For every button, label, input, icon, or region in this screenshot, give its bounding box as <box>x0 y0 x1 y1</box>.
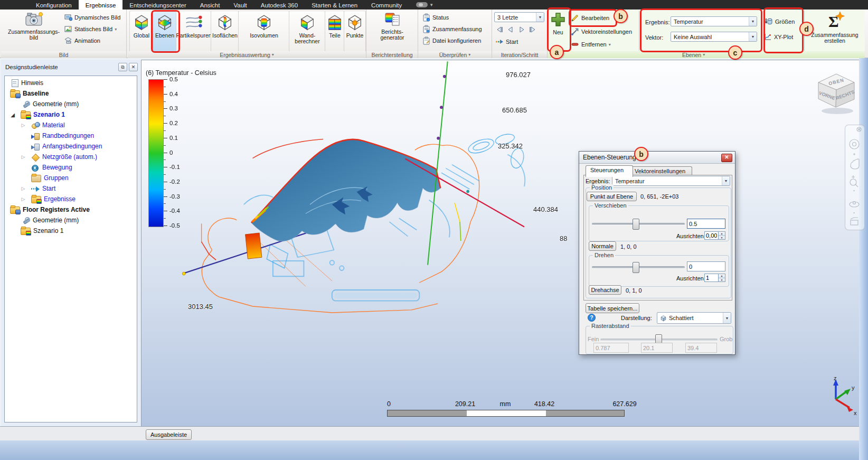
tree-expand-icon[interactable]: ▷ <box>20 196 27 202</box>
ribbon-tab-konfiguration[interactable]: Konfiguration <box>29 0 79 10</box>
verschieben-ausrichten-spinner[interactable]: ▲▼ <box>704 231 725 240</box>
dynamisches-bild-button[interactable]: Dynamisches Bild <box>64 13 120 22</box>
help-icon[interactable]: ? <box>588 314 596 322</box>
teile-button[interactable]: Teile <box>325 11 345 52</box>
tree-item-szenario-1[interactable]: ◢Szenario 1 <box>5 109 137 120</box>
ribbon-tab-ergebnisse[interactable]: Ergebnisse <box>79 0 123 10</box>
step-last-button[interactable] <box>529 25 537 34</box>
view-cube[interactable]: OBEN VORNE RECHTS <box>814 72 858 115</box>
drehen-slider-thumb[interactable] <box>633 262 639 273</box>
autodesk360-sync-icon[interactable]: ▼ <box>416 0 433 10</box>
datei-konfigurieren-button[interactable]: Datei konfigurieren <box>422 36 481 45</box>
ribbon-tab-autodesk-360[interactable]: Autodesk 360 <box>254 0 305 10</box>
spinner-value[interactable] <box>704 231 719 240</box>
isoflaechen-button[interactable]: Isoflächen <box>211 11 239 52</box>
viewport-3d-scene[interactable] <box>141 60 859 426</box>
verschieben-input[interactable] <box>687 219 725 229</box>
ribbon-tab-community[interactable]: Community <box>364 0 409 10</box>
spinner-arrows[interactable]: ▲▼ <box>719 231 725 240</box>
dialog-title-bar[interactable]: Ebenen-Steuerung ✕ <box>579 152 735 164</box>
entfernen-button[interactable]: Entfernen ▾ <box>571 40 611 49</box>
tabelle-speichern-button[interactable]: Tabelle speichern... <box>586 303 639 313</box>
float-panel-icon[interactable]: ⧉ <box>118 63 127 71</box>
bearbeiten-button[interactable]: Bearbeiten <box>571 13 609 23</box>
global-button[interactable]: Global <box>129 11 154 52</box>
start-button[interactable]: Start <box>495 37 518 46</box>
statisches-bild-button[interactable]: Statisches Bild ▾ <box>64 24 117 34</box>
step-first-button[interactable] <box>495 25 504 34</box>
verschieben-slider-thumb[interactable] <box>633 219 639 230</box>
vektoreinstellungen-button[interactable]: Vektoreinstellungen <box>571 27 632 36</box>
ribbon-tab-ansicht[interactable]: Ansicht <box>193 0 227 10</box>
berichtsgenerator-button[interactable]: Berichts- generator <box>371 12 413 41</box>
ribbon-tab-starten-lernen[interactable]: Starten & Lernen <box>305 0 364 10</box>
spinner-arrows[interactable]: ▲▼ <box>719 274 725 282</box>
group-label-ergebnisauswertung[interactable]: Ergebnisauswertung▾ <box>128 51 366 58</box>
ebenen-button[interactable]: Ebenen <box>153 11 177 52</box>
tree-expand-icon[interactable]: ▷ <box>20 186 27 191</box>
wandberechner-button[interactable]: Wand- berechner <box>289 11 326 52</box>
ribbon-tab-vault[interactable]: Vault <box>227 0 253 10</box>
motion-icon <box>31 164 40 171</box>
navigation-bar: ▾▾ <box>845 125 865 230</box>
drehen-ausrichten-spinner[interactable]: ▲▼ <box>704 274 725 282</box>
steering-wheel-icon[interactable] <box>850 139 859 149</box>
isovolumen-button[interactable]: Isovolumen <box>238 11 290 52</box>
punkt-auf-ebene-button[interactable]: Punkt auf Ebene <box>587 192 637 201</box>
zusammenfassung-button[interactable]: Zusammenfassung <box>422 24 482 34</box>
zusammenfassungsbild-button[interactable]: Zusammenfassungs- bild <box>7 12 60 41</box>
darstellung-dropdown[interactable]: Schattiert ▼ <box>657 312 731 324</box>
tree-item-netzgröße-autom-[interactable]: ▷Netzgröße (autom.) <box>5 152 137 162</box>
groessen-button[interactable]: Größen <box>765 17 795 26</box>
partikelspuren-button[interactable]: Partikelspuren <box>176 11 212 52</box>
neu-button[interactable]: Neu <box>548 10 568 35</box>
chevron-down-icon: ▼ <box>722 176 730 185</box>
pan-hand-icon[interactable] <box>851 159 859 169</box>
button-label: Neu <box>553 30 563 35</box>
tree-item-ergebnisse[interactable]: ▷Ergebnisse <box>5 194 137 204</box>
step-back-button[interactable] <box>506 25 515 34</box>
tree-item-hinweis[interactable]: Hinweis <box>5 78 137 88</box>
ribbon-group-ueberpruefen: i Status Zusammenfassung <box>418 10 492 58</box>
dialog-ergebnis-dropdown[interactable]: Temperatur ▼ <box>612 176 730 186</box>
tree-expand-icon[interactable]: ▷ <box>20 154 27 159</box>
tree-collapse-icon[interactable]: ◢ <box>9 112 16 118</box>
drehachse-button[interactable]: Drehachse <box>589 285 621 295</box>
look-at-icon[interactable] <box>851 220 858 225</box>
vektor-dropdown[interactable]: Keine Auswahl ▼ <box>671 32 757 42</box>
step-forward-button[interactable] <box>517 25 526 34</box>
close-icon[interactable]: ✕ <box>721 154 732 162</box>
iteration-range-dropdown[interactable]: 3 Letzte ▼ <box>494 12 544 22</box>
tree-item-geometrie-mm-[interactable]: Geometrie (mm) <box>5 215 137 226</box>
normale-button[interactable]: Normale <box>589 241 616 251</box>
tree-item-floor-registers-active[interactable]: Floor Registers Active <box>5 204 137 215</box>
zusammenfassung-erstellen-button[interactable]: Σ Zusammenfassung erstellen <box>807 11 863 44</box>
tree-item-geometrie-mm-[interactable]: Geometrie (mm) <box>5 99 137 109</box>
tree-item-randbedingungen[interactable]: Randbedingungen <box>5 130 137 141</box>
animation-button[interactable]: Animation <box>64 36 100 45</box>
tree-item-material[interactable]: ▷Material <box>5 120 137 130</box>
ergebnis-dropdown[interactable]: Temperatur ▼ <box>671 16 757 26</box>
punkte-button[interactable]: Punkte <box>344 11 366 52</box>
tree-item-start[interactable]: ▷Start <box>5 183 137 194</box>
xy-plot-button[interactable]: XY-Plot <box>763 32 793 42</box>
tree-item-bewegung[interactable]: Bewegung <box>5 162 137 173</box>
tree-item-gruppen[interactable]: Gruppen <box>5 173 137 183</box>
cloud-icon <box>416 2 428 7</box>
ribbon-tab-entscheidungscenter[interactable]: Entscheidungscenter <box>122 0 193 10</box>
tree-item-anfangsbedingungen[interactable]: Anfangsbedingungen <box>5 141 137 152</box>
tree-item-szenario-1[interactable]: Szenario 1 <box>5 226 137 236</box>
legend-colorbar <box>148 79 164 227</box>
drehen-input[interactable] <box>687 261 725 271</box>
spinner-value[interactable] <box>704 274 719 282</box>
group-label-ueberpruefen[interactable]: Überprüfen▾ <box>418 51 492 58</box>
group-label-ebenen[interactable]: Ebenen▾ <box>548 51 865 58</box>
tree-expand-icon[interactable]: ▷ <box>20 123 27 128</box>
close-panel-icon[interactable]: ✕ <box>129 63 138 71</box>
dynamic-image-icon <box>64 14 72 21</box>
tree-item-baseline[interactable]: Baseline <box>5 88 137 99</box>
tab-steuerungen[interactable]: Steuerungen <box>586 165 633 177</box>
drehachse-value: 0, 1, 0 <box>626 287 642 294</box>
output-bar-button[interactable]: Ausgabeleiste <box>146 429 192 440</box>
status-button[interactable]: i Status <box>422 13 449 22</box>
